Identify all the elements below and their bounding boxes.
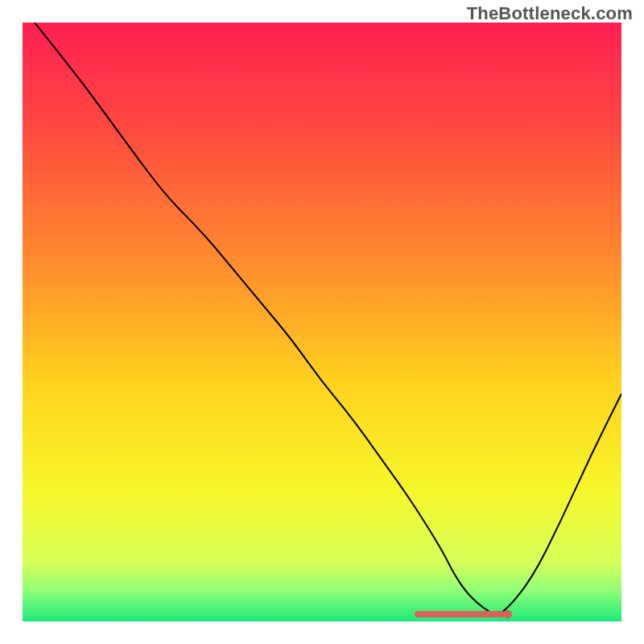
chart-svg (23, 23, 621, 621)
highlight-end-dot (504, 610, 512, 618)
watermark-text: TheBottleneck.com (467, 3, 633, 24)
chart-container: TheBottleneck.com (0, 0, 644, 644)
gradient-rect (23, 23, 621, 621)
